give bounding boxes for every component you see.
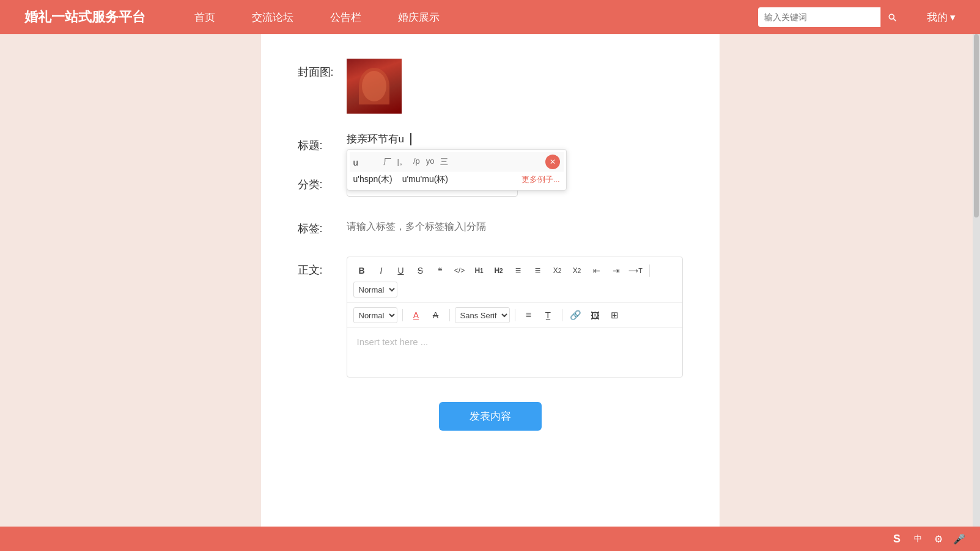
ime-sel-2[interactable]: |。 <box>396 156 409 168</box>
cover-label: 封面图: <box>298 59 347 79</box>
strikethrough-button[interactable]: S <box>412 262 429 279</box>
ime-sel-3[interactable]: /p <box>411 156 422 168</box>
editor-body[interactable]: Insert text here ... <box>347 328 682 377</box>
cn-icon[interactable]: 中 <box>909 530 926 547</box>
italic-button[interactable]: I <box>373 262 390 279</box>
underline-button[interactable]: U <box>392 262 410 279</box>
editor-container: B I U S ❝ </> H1 H2 ≡ ≡ X2 X2 ⇤ ⇥ ⟶T <box>347 257 683 378</box>
ime-sel-1[interactable]: 厂 <box>381 156 393 168</box>
text-cursor <box>410 133 411 145</box>
tags-input[interactable] <box>347 215 683 238</box>
submit-row: 发表内容 <box>298 402 683 431</box>
settings-icon[interactable]: ⚙ <box>930 530 947 547</box>
cover-content <box>347 59 683 114</box>
title-row: 标题: 接亲环节有u u 厂 |。 /p yo 三 ✕ <box>298 132 683 153</box>
toolbar-row1: B I U S ❝ </> H1 H2 ≡ ≡ X2 X2 ⇤ ⇥ ⟶T <box>347 257 682 303</box>
brand-logo[interactable]: 婚礼一站式服务平台 <box>24 8 146 26</box>
nav-bulletin[interactable]: 公告栏 <box>330 10 361 24</box>
main-content: 封面图: 标题: 接亲环节有u u 厂 |。 /p yo 三 <box>261 34 720 547</box>
title-wrapper: 接亲环节有u <box>347 132 683 146</box>
quote-button[interactable]: ❝ <box>432 262 449 279</box>
table-button[interactable]: ⊞ <box>606 307 624 324</box>
code-button[interactable]: </> <box>451 262 468 279</box>
toolbar-divider-3 <box>449 309 450 321</box>
ordered-list-button[interactable]: ≡ <box>529 262 547 279</box>
text-style-select[interactable]: Normal <box>353 307 397 323</box>
cover-row: 封面图: <box>298 59 683 114</box>
ime-top-row: u 厂 |。 /p yo 三 ✕ <box>350 152 564 172</box>
sogou-icon[interactable]: S <box>888 530 905 547</box>
title-text[interactable]: 接亲环节有u <box>347 132 404 146</box>
nav-showcase[interactable]: 婚庆展示 <box>398 10 440 24</box>
image-button[interactable]: 🖼 <box>587 307 604 324</box>
user-menu[interactable]: 我的 ▾ <box>927 10 956 24</box>
search-button[interactable] <box>880 7 902 27</box>
mic-icon[interactable]: 🎤 <box>951 530 968 547</box>
clear-text-button[interactable]: T̲ <box>540 307 557 324</box>
tags-row: 标签: <box>298 215 683 238</box>
indent-left-button[interactable]: ⇤ <box>588 262 605 279</box>
ime-sel-4[interactable]: yo <box>424 156 437 168</box>
ime-sel-5[interactable]: 三 <box>438 156 450 168</box>
ime-candidate-1[interactable]: u'hspn(木) <box>353 174 392 185</box>
search-bar <box>758 7 902 27</box>
ime-input[interactable]: u <box>353 157 378 167</box>
cover-image[interactable] <box>347 59 402 114</box>
ime-candidates: u'hspn(木) u'mu'mu(杯) 更多例子... <box>350 172 564 188</box>
scrollbar-thumb[interactable] <box>974 34 979 217</box>
font-family-select[interactable]: Sans Serif <box>455 307 510 323</box>
title-content: 接亲环节有u u 厂 |。 /p yo 三 ✕ u'hspn(木) <box>347 132 683 146</box>
submit-button[interactable]: 发表内容 <box>439 402 542 431</box>
user-label: 我的 <box>927 10 948 24</box>
text-align-button[interactable]: ≡ <box>520 307 537 324</box>
tags-content <box>347 215 683 238</box>
ime-more[interactable]: 更多例子... <box>521 174 560 185</box>
toolbar-divider-1 <box>649 265 650 277</box>
nav-links: 首页 交流论坛 公告栏 婚庆展示 <box>194 10 758 24</box>
content-label: 正文: <box>298 257 347 277</box>
link-button[interactable]: 🔗 <box>567 307 584 324</box>
editor-wrapper: B I U S ❝ </> H1 H2 ≡ ≡ X2 X2 ⇤ ⇥ ⟶T <box>347 257 683 378</box>
superscript-button[interactable]: X2 <box>569 262 586 279</box>
navbar: 婚礼一站式服务平台 首页 交流论坛 公告栏 婚庆展示 我的 ▾ <box>0 0 980 34</box>
unordered-list-button[interactable]: ≡ <box>510 262 527 279</box>
indent-right-button[interactable]: ⇥ <box>608 262 625 279</box>
clear-format-button[interactable]: A <box>427 307 444 324</box>
ime-candidate-2[interactable]: u'mu'mu(杯) <box>402 174 448 185</box>
title-label: 标题: <box>298 132 347 153</box>
category-label: 分类: <box>298 171 347 192</box>
tags-label: 标签: <box>298 215 347 236</box>
toolbar-divider-5 <box>562 309 562 321</box>
content-row: 正文: B I U S ❝ </> H1 H2 ≡ ≡ X2 X2 ⇤ <box>298 257 683 378</box>
nav-home[interactable]: 首页 <box>194 10 215 24</box>
ime-close-btn[interactable]: ✕ <box>545 155 560 169</box>
ime-selector: 厂 |。 /p yo 三 <box>381 156 451 168</box>
nav-forum[interactable]: 交流论坛 <box>252 10 293 24</box>
paragraph-style-select[interactable]: Normal <box>353 282 397 297</box>
editor-placeholder: Insert text here ... <box>357 337 429 347</box>
bold-button[interactable]: B <box>353 262 370 279</box>
search-icon <box>887 12 897 22</box>
toolbar-divider-4 <box>515 309 515 321</box>
ime-dropdown: u 厂 |。 /p yo 三 ✕ u'hspn(木) u'mu'mu(杯) 更多… <box>347 149 567 191</box>
h2-button[interactable]: H2 <box>490 262 507 279</box>
h1-button[interactable]: H1 <box>471 262 488 279</box>
search-input[interactable] <box>758 7 880 27</box>
ltr-button[interactable]: ⟶T <box>627 262 644 279</box>
toolbar-row2: Normal A A Sans Serif ≡ T̲ 🔗 🖼 ⊞ <box>347 303 682 328</box>
toolbar-divider-2 <box>402 309 403 321</box>
subscript-button[interactable]: X2 <box>549 262 566 279</box>
bottom-bar: S 中 ⚙ 🎤 <box>0 527 980 551</box>
font-color-button[interactable]: A <box>408 307 425 324</box>
bottom-icons: S 中 ⚙ 🎤 <box>888 530 968 547</box>
chevron-down-icon: ▾ <box>950 11 956 24</box>
scrollbar-track[interactable] <box>973 34 980 527</box>
